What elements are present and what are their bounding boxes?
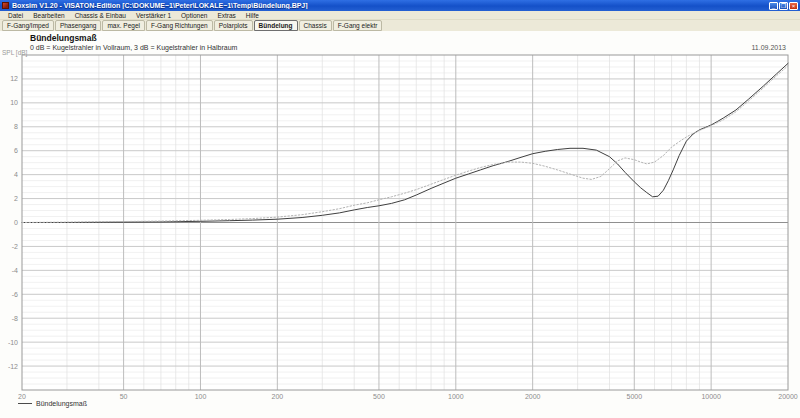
- y-tick-label: -6: [12, 291, 18, 298]
- menu-extras[interactable]: Extras: [212, 12, 240, 19]
- y-tick-label: 10: [10, 99, 18, 106]
- tab-chassis[interactable]: Chassis: [299, 20, 332, 31]
- menu-bar: DateiBearbeitenChassis & EinbauVerstärke…: [0, 11, 800, 20]
- y-tick-label: 4: [14, 171, 18, 178]
- legend-label: Bündelungsmaß: [36, 400, 87, 407]
- title-bar: Boxsim V1.20 - VISATON-Edition [C:\DOKUM…: [0, 0, 800, 11]
- y-tick-label: -8: [12, 315, 18, 322]
- buendelungsmass-chart: -12-10-8-6-4-202468101220501002005001000…: [0, 31, 800, 418]
- x-tick-label: 50: [120, 393, 128, 400]
- app-icon: [2, 2, 9, 9]
- y-tick-label: -2: [12, 243, 18, 250]
- window-title: Boxsim V1.20 - VISATON-Edition [C:\DOKUM…: [12, 2, 769, 9]
- y-tick-label: 8: [14, 123, 18, 130]
- x-tick-label: 100: [195, 393, 207, 400]
- close-button[interactable]: ×: [789, 2, 798, 10]
- x-tick-label: 200: [271, 393, 283, 400]
- menu-datei[interactable]: Datei: [3, 12, 28, 19]
- x-tick-label: 1000: [448, 393, 464, 400]
- tab-bar: F-Gang/ImpedPhasengangmax. PegelF-Gang R…: [0, 20, 800, 31]
- x-tick-label: 10000: [701, 393, 721, 400]
- tab-bündelung[interactable]: Bündelung: [254, 20, 298, 31]
- y-tick-label: 0: [14, 219, 18, 226]
- page-subtitle: 0 dB = Kugelstrahler in Vollraum, 3 dB =…: [30, 44, 237, 51]
- y-axis-label: SPL [dB]: [2, 49, 27, 56]
- x-tick-label: 20000: [778, 393, 798, 400]
- x-tick-label: 5000: [626, 393, 642, 400]
- application-window: Boxsim V1.20 - VISATON-Edition [C:\DOKUM…: [0, 0, 800, 418]
- menu-optionen[interactable]: Optionen: [176, 12, 212, 19]
- page-title: Bündelungsmaß: [30, 33, 97, 43]
- tab-polarplots[interactable]: Polarplots: [214, 20, 253, 31]
- y-tick-label: 2: [14, 195, 18, 202]
- legend: Bündelungsmaß: [18, 400, 87, 407]
- y-tick-label: -10: [8, 339, 18, 346]
- menu-bearbeiten[interactable]: Bearbeiten: [28, 12, 69, 19]
- y-tick-label: -4: [12, 267, 18, 274]
- y-tick-label: 12: [10, 75, 18, 82]
- restore-button[interactable]: ❐: [779, 2, 788, 10]
- menu-verstärker-1[interactable]: Verstärker 1: [131, 12, 176, 19]
- y-tick-label: -12: [8, 363, 18, 370]
- tab-f-gang-imped[interactable]: F-Gang/Imped: [2, 20, 54, 31]
- x-tick-label: 500: [373, 393, 385, 400]
- legend-line-sample: [18, 403, 32, 404]
- menu-chassis-einbau[interactable]: Chassis & Einbau: [70, 12, 131, 19]
- y-tick-label: 6: [14, 147, 18, 154]
- content-area: -12-10-8-6-4-202468101220501002005001000…: [0, 31, 800, 418]
- menu-hilfe[interactable]: Hilfe: [241, 12, 264, 19]
- date-label: 11.09.2013: [751, 44, 786, 51]
- x-tick-label: 20: [18, 393, 26, 400]
- tab-phasengang[interactable]: Phasengang: [55, 20, 102, 31]
- window-controls: _ ❐ ×: [769, 2, 798, 10]
- tab-max-pegel[interactable]: max. Pegel: [102, 20, 145, 31]
- tab-f-gang-richtungen[interactable]: F-Gang Richtungen: [146, 20, 213, 31]
- minimize-button[interactable]: _: [769, 2, 778, 10]
- x-tick-label: 2000: [525, 393, 541, 400]
- tab-f-gang-elektr[interactable]: F-Gang elektr: [333, 20, 383, 31]
